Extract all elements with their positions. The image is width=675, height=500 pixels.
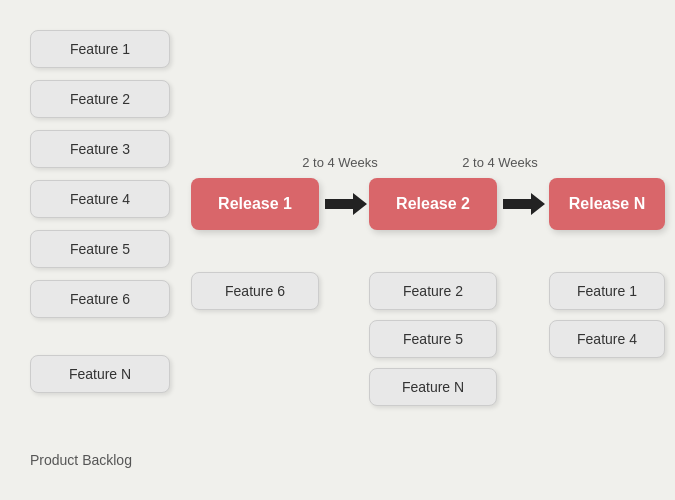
backlog-feature-3: Feature 3	[30, 130, 170, 168]
r2-feature-2: Feature 2	[369, 272, 497, 310]
backlog-feature-6: Feature 6	[30, 280, 170, 318]
release-n-box: Release N	[549, 178, 665, 230]
release-2-box: Release 2	[369, 178, 497, 230]
backlog-feature-4: Feature 4	[30, 180, 170, 218]
rn-feature-4: Feature 4	[549, 320, 665, 358]
svg-marker-1	[503, 193, 545, 215]
main-container: Feature 1 Feature 2 Feature 3 Feature 4 …	[0, 0, 675, 500]
backlog-feature-5: Feature 5	[30, 230, 170, 268]
arrow-2	[503, 191, 545, 217]
backlog-feature-n: Feature N	[30, 355, 170, 393]
svg-marker-0	[325, 193, 367, 215]
release-1-box: Release 1	[191, 178, 319, 230]
weeks-label-1: 2 to 4 Weeks	[280, 155, 400, 170]
r1-feature-6: Feature 6	[191, 272, 319, 310]
backlog-label: Product Backlog	[30, 452, 132, 468]
arrow-1	[325, 191, 367, 217]
r2-feature-5: Feature 5	[369, 320, 497, 358]
backlog-feature-2: Feature 2	[30, 80, 170, 118]
r2-feature-n: Feature N	[369, 368, 497, 406]
weeks-label-2: 2 to 4 Weeks	[440, 155, 560, 170]
rn-feature-1: Feature 1	[549, 272, 665, 310]
backlog-feature-1: Feature 1	[30, 30, 170, 68]
